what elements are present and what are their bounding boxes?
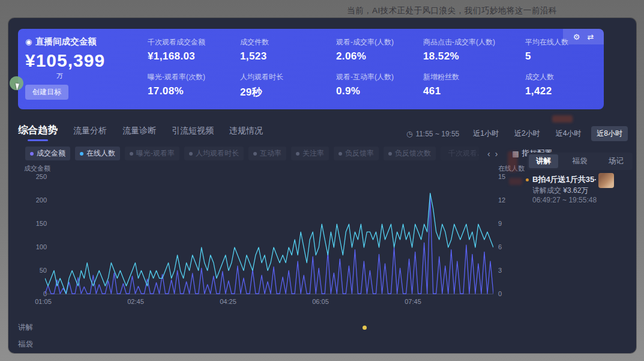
product-status-dot — [526, 178, 529, 181]
side-tab-explain[interactable]: 讲解 — [529, 154, 558, 168]
product-title[interactable]: B拍4斤送1斤共35-4... — [532, 174, 596, 185]
product-time-range: 06:49:27 ~ 19:55:48 — [532, 196, 597, 204]
product-thumbnail[interactable] — [598, 173, 614, 188]
lane-label-explain: 讲解 — [18, 323, 33, 333]
product-deal-line: 讲解成交 ¥3.62万 — [532, 186, 588, 196]
video-caption-text: 当前，AI技术正处于风口浪尖，我们巧妙地将这一前沿科 — [347, 5, 557, 16]
deal-value: ¥3.62万 — [563, 186, 588, 195]
trend-chart[interactable] — [45, 177, 493, 295]
side-panel-tabs: 讲解 福袋 场记 — [527, 153, 633, 170]
lane-label-lucky-bag: 福袋 — [18, 339, 33, 350]
side-tab-log[interactable]: 场记 — [601, 154, 631, 168]
dashboard-panel: ⚙ ⇄ ◉ 直播间成交金额 ¥105,399 万 创建目标 千次观看成交金额 ¥… — [8, 18, 636, 353]
artifact-mark — [508, 151, 517, 172]
screen: 当前，AI技术正处于风口浪尖，我们巧妙地将这一前沿科 ⚙ ⇄ ◉ 直播间成交金额… — [0, 0, 644, 361]
deal-label: 讲解成交 — [532, 186, 561, 195]
lane-event-marker[interactable] — [363, 326, 367, 330]
artifact-mark — [552, 115, 573, 123]
artifact-mark — [509, 178, 522, 185]
side-tab-lucky-bag[interactable]: 福袋 — [565, 154, 595, 168]
